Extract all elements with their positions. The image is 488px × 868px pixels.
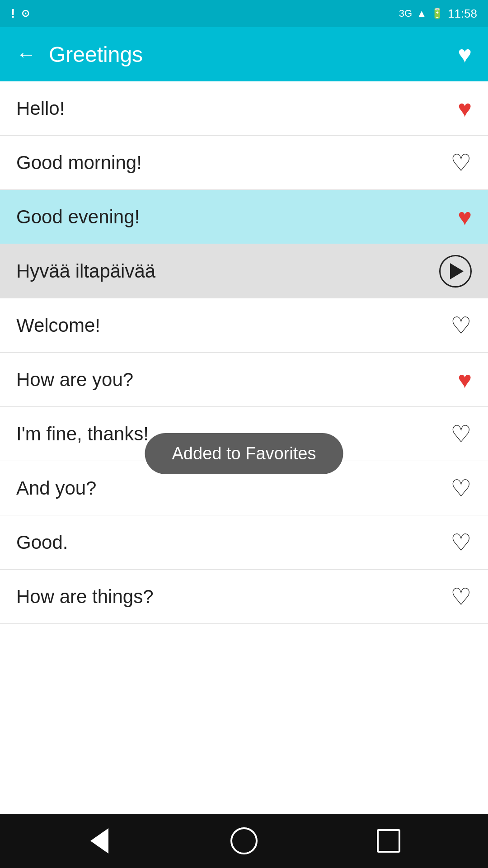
favorite-button[interactable]: ♡ <box>450 475 472 502</box>
favorite-button[interactable]: ♥ <box>458 95 472 122</box>
page-title: Greetings <box>49 42 143 67</box>
bottom-nav <box>0 814 488 868</box>
item-text: Good. <box>16 532 68 553</box>
signal-bars-icon: ▲ <box>417 8 427 19</box>
favorite-button[interactable]: ♥ <box>458 203 472 231</box>
status-bar: ! ⊙ 3G ▲ 🔋 11:58 <box>0 0 488 27</box>
list-item[interactable]: Welcome! ♡ <box>0 298 488 353</box>
favorite-button[interactable]: ♡ <box>450 583 472 610</box>
app-bar: ← Greetings ♥ <box>0 27 488 81</box>
recents-nav-icon <box>377 829 400 853</box>
favorite-button[interactable]: ♡ <box>450 149 472 176</box>
list-item[interactable]: Good evening! ♥ <box>0 190 488 244</box>
list-item[interactable]: Hyvää iltapäivää <box>0 244 488 298</box>
notification-icon: ! <box>11 6 15 21</box>
home-nav-icon <box>230 827 258 854</box>
favorite-button[interactable]: ♡ <box>450 529 472 556</box>
recents-nav-button[interactable] <box>371 823 407 859</box>
status-left: ! ⊙ <box>11 6 29 21</box>
back-nav-icon <box>90 828 108 854</box>
list-item[interactable]: How are things? ♡ <box>0 570 488 624</box>
list-item[interactable]: How are you? ♥ <box>0 353 488 407</box>
battery-icon: 🔋 <box>431 8 443 19</box>
list-item[interactable]: Good. ♡ <box>0 515 488 570</box>
signal-icon: 3G <box>399 8 412 19</box>
favorite-button[interactable]: ♥ <box>458 366 472 393</box>
back-nav-button[interactable] <box>81 823 117 859</box>
item-text: And you? <box>16 477 96 499</box>
list-item[interactable]: And you? ♡ Added to Favorites <box>0 461 488 515</box>
play-button[interactable] <box>439 255 472 288</box>
home-nav-button[interactable] <box>226 823 262 859</box>
item-text: Hello! <box>16 98 65 119</box>
favorites-button[interactable]: ♥ <box>458 41 472 68</box>
list-item[interactable]: Good morning! ♡ <box>0 136 488 190</box>
favorite-button[interactable]: ♡ <box>450 420 472 448</box>
app-bar-left: ← Greetings <box>16 42 143 67</box>
item-text: Welcome! <box>16 315 100 336</box>
list-container: Hello! ♥ Good morning! ♡ Good evening! ♥… <box>0 81 488 814</box>
item-text: Hyvää iltapäivää <box>16 260 155 282</box>
item-text: Good morning! <box>16 152 142 174</box>
back-button[interactable]: ← <box>16 43 36 66</box>
status-right: 3G ▲ 🔋 11:58 <box>399 7 477 21</box>
list-item[interactable]: Hello! ♥ <box>0 81 488 136</box>
play-icon <box>450 263 464 279</box>
item-text: I'm fine, thanks! <box>16 423 149 445</box>
item-text: How are you? <box>16 369 133 391</box>
toast-message: Added to Favorites <box>145 433 343 474</box>
favorite-button[interactable]: ♡ <box>450 312 472 339</box>
music-icon: ⊙ <box>21 8 29 19</box>
time-display: 11:58 <box>448 7 477 21</box>
item-text: Good evening! <box>16 206 140 228</box>
item-text: How are things? <box>16 586 154 608</box>
